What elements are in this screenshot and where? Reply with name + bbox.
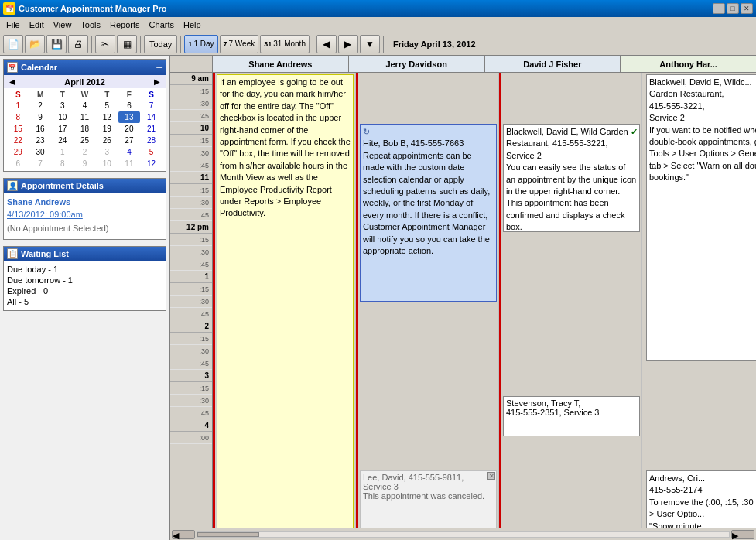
scroll-right-btn[interactable]: ▶ [731,530,754,539]
cal-day-13[interactable]: 13 [118,111,141,123]
month-view-button[interactable]: 31 31 Month [260,35,310,53]
menu-edit[interactable]: Edit [25,17,49,32]
calendar-header-icon: 📅 [7,62,18,73]
cal-day-28[interactable]: 28 [140,135,162,146]
day-view-button[interactable]: 1 1 Day [184,35,217,53]
cal-day-3[interactable]: 3 [51,100,74,111]
cal-day-21[interactable]: 21 [140,123,162,135]
time-1115: :15 [170,184,212,197]
cal-day-8[interactable]: 8 [7,111,29,123]
time-130: :30 [170,296,212,308]
cal-day-m1[interactable]: 1 [51,146,74,158]
back-button[interactable]: ◀ [316,35,337,53]
cal-day-11[interactable]: 11 [74,111,96,123]
cal-day-m11[interactable]: 11 [118,158,141,169]
delete-button[interactable]: ✂ [95,35,115,53]
schedule-col-2[interactable]: ✔ Blackwell, David E, Wild Garden Restau… [499,73,642,528]
cal-day-m10[interactable]: 10 [96,158,118,169]
cal-day-23[interactable]: 23 [29,135,52,146]
schedule-col-1[interactable]: ↻ Hite, Bob B, 415-555-7663Repeat appoin… [356,73,499,528]
cal-day-22[interactable]: 22 [7,135,29,146]
minimize-button[interactable]: _ [713,3,725,14]
cal-day-6[interactable]: 6 [118,100,141,111]
appt-blackwell2-text: Blackwell, David E, Wildc...Garden Resta… [649,77,756,182]
schedule-col-3[interactable]: Blackwell, David E, Wildc...Garden Resta… [642,73,756,528]
cal-day-m3[interactable]: 3 [96,146,118,158]
time-230: :30 [170,345,212,357]
schedule-body[interactable]: 9 am :15 :30 :45 10 :15 :30 :45 11 :15 :… [170,73,756,528]
cal-day-26[interactable]: 26 [96,135,118,146]
menu-help[interactable]: Help [179,17,206,32]
filter-button[interactable]: ▼ [360,35,380,53]
menu-charts[interactable]: Charts [145,17,179,32]
cal-day-15[interactable]: 15 [7,123,29,135]
next-month-button[interactable]: ▶ [152,77,162,87]
cancel-close-btn[interactable]: ✕ [487,472,495,480]
time-915: :15 [170,85,212,97]
cal-day-20[interactable]: 20 [118,123,141,135]
print-button[interactable]: 🖨 [68,35,88,53]
appt-stevenson[interactable]: Stevenson, Tracy T,415-555-2351, Service… [503,396,640,436]
cal-day-1[interactable]: 1 [7,100,29,111]
appt-blackwell[interactable]: ✔ Blackwell, David E, Wild Garden Restau… [503,124,640,232]
schedule-col-0[interactable]: If an employee is going to be out for th… [213,73,356,528]
cal-day-m9[interactable]: 9 [74,158,96,169]
cal-day-16[interactable]: 16 [29,123,52,135]
open-button[interactable]: 📂 [25,35,45,53]
menu-reports[interactable]: Reports [105,17,145,32]
cal-day-19[interactable]: 19 [96,123,118,135]
scroll-track[interactable] [197,531,730,538]
cal-day-m5[interactable]: 5 [140,146,162,158]
save-button[interactable]: 💾 [46,35,67,53]
grid-button[interactable]: ▦ [117,35,137,53]
cal-day-10[interactable]: 10 [51,111,74,123]
horizontal-scrollbar[interactable]: ◀ ▶ [170,528,756,540]
today-button[interactable]: Today [144,35,177,53]
forward-button[interactable]: ▶ [338,35,358,53]
cal-day-m4[interactable]: 4 [118,146,141,158]
cal-day-5[interactable]: 5 [96,100,118,111]
cal-day-14[interactable]: 14 [140,111,162,123]
calendar-minimize-btn[interactable]: ─ [156,63,162,72]
prev-month-button[interactable]: ◀ [7,77,18,87]
title-bar-controls[interactable]: _ □ ✕ [713,3,753,14]
cal-day-18[interactable]: 18 [74,123,96,135]
cal-day-2[interactable]: 2 [29,100,52,111]
appt-andrews[interactable]: Andrews, Cri...415-555-2174To remove the… [646,470,756,528]
scroll-left-btn[interactable]: ◀ [172,530,195,539]
app-title: Customer Appointment Manager Pro [19,4,167,13]
cal-day-9[interactable]: 9 [29,111,52,123]
appt-col0-main[interactable]: If an employee is going to be out for th… [217,74,354,528]
col-header-1: Jerry Davidson [349,56,485,72]
cal-day-m6[interactable]: 6 [7,158,29,169]
scroll-thumb[interactable] [197,532,259,537]
cal-day-17[interactable]: 17 [51,123,74,135]
menu-tools[interactable]: Tools [76,17,105,32]
appt-blackwell2[interactable]: Blackwell, David E, Wildc...Garden Resta… [646,74,756,361]
menu-file[interactable]: File [2,17,25,32]
week-label: 7 Week [229,39,255,48]
new-button[interactable]: 📄 [3,35,23,53]
cal-day-m2[interactable]: 2 [74,146,96,158]
cal-day-27[interactable]: 27 [118,135,141,146]
appt-datetime[interactable]: 4/13/2012: 09:00am [7,208,162,220]
time-1145: :45 [170,209,212,221]
cal-day-m7[interactable]: 7 [29,158,52,169]
menu-view[interactable]: View [49,17,77,32]
maximize-button[interactable]: □ [727,3,739,14]
appt-canceled[interactable]: ✕ Lee, David, 415-555-9811, Service 3Thi… [360,470,497,528]
cal-day-25[interactable]: 25 [74,135,96,146]
week-view-button[interactable]: 7 7 Week [220,35,259,53]
cal-day-29[interactable]: 29 [7,146,29,158]
month-number-icon: 31 [264,40,272,48]
cal-day-m8[interactable]: 8 [51,158,74,169]
appt-details-icon: 👤 [7,180,18,191]
cal-day-24[interactable]: 24 [51,135,74,146]
cal-day-12[interactable]: 12 [96,111,118,123]
cal-day-30[interactable]: 30 [29,146,52,158]
cal-day-7[interactable]: 7 [140,100,162,111]
close-button[interactable]: ✕ [741,3,753,14]
cal-day-m12[interactable]: 12 [140,158,162,169]
cal-day-4[interactable]: 4 [74,100,96,111]
appt-repeat[interactable]: ↻ Hite, Bob B, 415-555-7663Repeat appoin… [360,124,497,302]
